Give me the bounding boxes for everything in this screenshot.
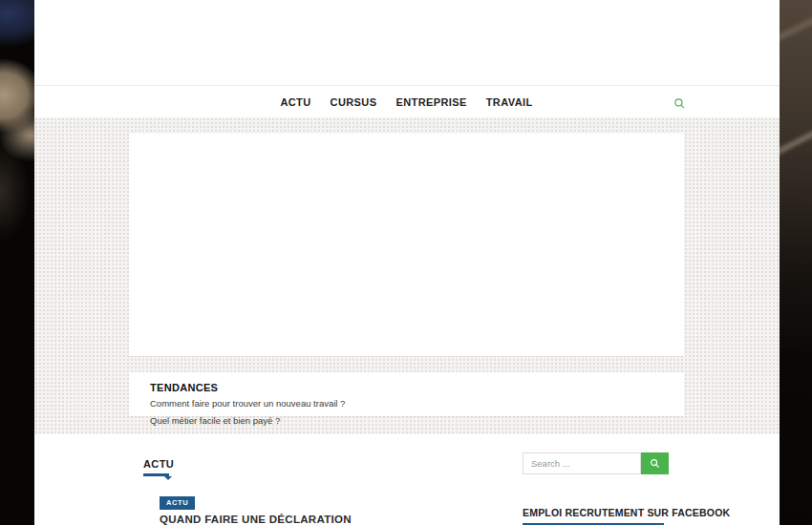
main-navigation: ACTU CURSUS ENTREPRISE TRAVAIL	[34, 87, 780, 117]
nav-menu: ACTU CURSUS ENTREPRISE TRAVAIL	[129, 87, 684, 117]
nav-item-travail[interactable]: TRAVAIL	[486, 96, 533, 108]
page: ACTU CURSUS ENTREPRISE TRAVAIL TENDANCES…	[0, 0, 812, 525]
nav-item-entreprise[interactable]: ENTREPRISE	[395, 96, 466, 108]
sidebar-widget-title: EMPLOI RECRUTEMENT SUR FACEBOOK	[523, 507, 730, 518]
sidebar-search-form	[523, 452, 669, 474]
background-streak	[780, 13, 812, 45]
background-streak	[780, 127, 812, 165]
background-photo-left	[0, 0, 35, 525]
content-box: ACTU CURSUS ENTREPRISE TRAVAIL TENDANCES…	[34, 0, 780, 525]
nav-item-actu[interactable]: ACTU	[280, 96, 310, 108]
site-header	[34, 0, 780, 86]
post-title[interactable]: QUAND FAIRE UNE DÉCLARATION	[160, 514, 352, 525]
section-heading-underline	[143, 473, 169, 476]
nav-item-cursus[interactable]: CURSUS	[331, 96, 377, 108]
search-submit-button[interactable]	[641, 452, 669, 474]
background-photo-right	[780, 0, 812, 525]
post-category-badge[interactable]: ACTU	[160, 496, 195, 510]
search-input[interactable]	[523, 452, 641, 474]
trending-link[interactable]: Quel métier facile et bien payé ?	[150, 415, 280, 426]
search-icon	[650, 458, 660, 469]
section-heading-label[interactable]: ACTU	[143, 458, 174, 470]
search-icon[interactable]	[673, 96, 686, 110]
sidebar-widget-heading: EMPLOI RECRUTEMENT SUR FACEBOOK	[523, 503, 669, 525]
trending-title: TENDANCES	[150, 382, 218, 393]
trending-link[interactable]: Comment faire pour trouver un nouveau tr…	[150, 398, 345, 409]
featured-slider-placeholder	[129, 134, 684, 356]
section-heading-actu: ACTU	[143, 454, 174, 476]
content-background: TENDANCES Comment faire pour trouver un …	[34, 117, 780, 434]
trending-widget: TENDANCES Comment faire pour trouver un …	[129, 372, 684, 416]
